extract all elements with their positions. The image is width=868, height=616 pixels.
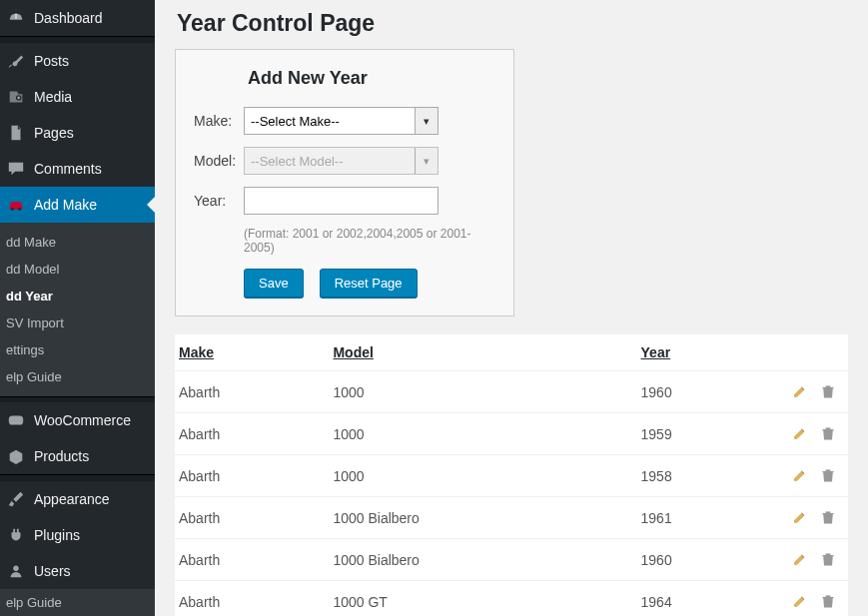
sidebar-item-appearance[interactable]: Appearance (0, 481, 155, 517)
sidebar-item-label: Plugins (34, 527, 80, 543)
model-label: Model: (194, 153, 244, 169)
sidebar-item-label: Comments (34, 161, 102, 177)
table-row: Abarth1000 GT1964 (175, 581, 848, 617)
delete-icon[interactable] (818, 381, 838, 401)
sidebar-item-label: Products (34, 448, 89, 464)
products-icon (6, 446, 26, 466)
svg-rect-10 (826, 427, 831, 429)
add-year-form: Add New Year Make: --Select Make-- Model… (175, 49, 514, 316)
cell-model: 1000 GT (323, 581, 630, 617)
sidebar-item-dashboard[interactable]: Dashboard (0, 0, 155, 36)
dashboard-icon (6, 8, 26, 28)
main-content: Year Control Page Add New Year Make: --S… (155, 0, 868, 616)
edit-icon[interactable] (790, 507, 810, 527)
sidebar-item-plugins[interactable]: Plugins (0, 517, 155, 553)
reset-button[interactable]: Reset Page (320, 269, 418, 298)
sidebar-item-pages[interactable]: Pages (0, 115, 155, 151)
year-input[interactable] (244, 187, 438, 215)
sidebar-item-label: Posts (34, 53, 69, 69)
plug-icon (6, 525, 26, 545)
years-table: Make Model Year Abarth10001960Abarth1000… (175, 334, 848, 616)
cell-make: Abarth (175, 539, 323, 581)
users-icon (6, 561, 26, 581)
svg-rect-15 (822, 513, 833, 514)
page-title: Year Control Page (175, 10, 848, 37)
sidebar-help-guide-bottom[interactable]: elp Guide (0, 589, 155, 616)
cell-make: Abarth (175, 371, 323, 413)
sidebar-item-label: Add Make (34, 197, 97, 213)
admin-sidebar: Dashboard Posts Media Pages Comments Add… (0, 0, 155, 616)
svg-rect-14 (826, 511, 831, 513)
submenu-settings[interactable]: ettings (0, 336, 155, 363)
cell-year: 1961 (631, 497, 768, 539)
sidebar-item-media[interactable]: Media (0, 79, 155, 115)
model-select[interactable]: --Select Model-- (244, 147, 438, 175)
table-row: Abarth10001960 (175, 371, 848, 413)
form-title: Add New Year (248, 68, 495, 89)
submenu-csv-import[interactable]: SV Import (0, 309, 155, 336)
save-button[interactable]: Save (244, 269, 304, 298)
table-row: Abarth10001959 (175, 413, 848, 455)
svg-rect-9 (822, 387, 833, 388)
edit-icon[interactable] (790, 465, 810, 485)
sidebar-item-label: Dashboard (34, 10, 103, 26)
pin-icon (6, 51, 26, 71)
year-format-hint: (Format: 2001 or 2002,2004,2005 or 2001-… (244, 227, 495, 255)
sidebar-item-comments[interactable]: Comments (0, 151, 155, 187)
col-model[interactable]: Model (323, 334, 630, 371)
svg-rect-13 (822, 471, 833, 472)
svg-rect-6 (9, 416, 23, 425)
sidebar-divider (0, 36, 155, 43)
svg-rect-17 (822, 555, 833, 556)
svg-rect-16 (826, 553, 831, 555)
delete-icon[interactable] (818, 423, 838, 443)
svg-rect-12 (826, 469, 831, 471)
cell-make: Abarth (175, 581, 323, 617)
sidebar-item-add-make[interactable]: Add Make (0, 187, 155, 223)
sidebar-item-label: Media (34, 89, 72, 105)
col-make[interactable]: Make (175, 334, 323, 371)
delete-icon[interactable] (818, 507, 838, 527)
edit-icon[interactable] (790, 381, 810, 401)
submenu-help-guide[interactable]: elp Guide (0, 363, 155, 390)
make-select[interactable]: --Select Make-- (244, 107, 438, 135)
svg-point-3 (17, 96, 20, 99)
col-year[interactable]: Year (631, 334, 768, 371)
edit-icon[interactable] (790, 423, 810, 443)
sidebar-item-label: Appearance (34, 491, 110, 507)
svg-rect-0 (15, 14, 17, 19)
sidebar-divider (0, 396, 155, 403)
svg-rect-11 (822, 429, 833, 430)
cell-model: 1000 (323, 413, 630, 455)
svg-point-5 (18, 208, 21, 211)
svg-rect-8 (826, 385, 831, 387)
submenu-add-make[interactable]: dd Make (0, 229, 155, 256)
delete-icon[interactable] (818, 591, 838, 611)
cell-make: Abarth (175, 497, 323, 539)
cell-make: Abarth (175, 455, 323, 497)
table-row: Abarth1000 Bialbero1961 (175, 497, 848, 539)
svg-rect-1 (9, 64, 12, 67)
sidebar-item-users[interactable]: Users (0, 553, 155, 589)
edit-icon[interactable] (790, 591, 810, 611)
car-icon (6, 195, 26, 215)
svg-point-4 (11, 208, 14, 211)
cell-year: 1960 (631, 371, 768, 413)
cell-year: 1960 (631, 539, 768, 581)
cell-model: 1000 (323, 455, 630, 497)
svg-point-7 (13, 566, 18, 571)
sidebar-item-label: Pages (34, 125, 74, 141)
cell-year: 1964 (631, 581, 768, 617)
sidebar-item-woocommerce[interactable]: WooCommerce (0, 402, 155, 438)
submenu-add-model[interactable]: dd Model (0, 256, 155, 283)
submenu-add-year[interactable]: dd Year (0, 283, 155, 309)
form-row-make: Make: --Select Make-- (194, 107, 495, 135)
edit-icon[interactable] (790, 549, 810, 569)
sidebar-submenu: dd Make dd Model dd Year SV Import ettin… (0, 223, 155, 396)
sidebar-item-posts[interactable]: Posts (0, 43, 155, 79)
make-label: Make: (194, 113, 244, 129)
sidebar-item-products[interactable]: Products (0, 438, 155, 474)
delete-icon[interactable] (818, 549, 838, 569)
delete-icon[interactable] (818, 465, 838, 485)
cell-model: 1000 (323, 371, 630, 413)
